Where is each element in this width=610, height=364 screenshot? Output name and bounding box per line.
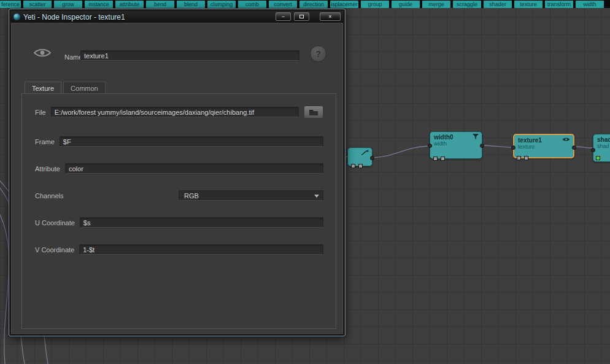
file-input[interactable] xyxy=(51,107,299,117)
toolbar-button-guide[interactable]: guide xyxy=(392,1,420,8)
window-titlebar[interactable]: Yeti - Node Inspector - texture1 − × xyxy=(11,11,343,23)
attribute-label: Attribute xyxy=(35,165,60,172)
node-inspector-window: Yeti - Node Inspector - texture1 − × Nam… xyxy=(9,9,346,336)
help-button[interactable]: ? xyxy=(310,45,326,62)
tab-texture[interactable]: Texture xyxy=(25,82,61,93)
node-type-toolbar: ference scatter grow instance attribute … xyxy=(0,0,610,8)
node-subtitle: width xyxy=(430,141,482,147)
toolbar-button-bend[interactable]: bend xyxy=(146,1,174,8)
wire[interactable] xyxy=(574,147,593,148)
eye-icon[interactable] xyxy=(562,137,570,142)
frame-row: Frame xyxy=(35,135,323,148)
port[interactable] xyxy=(517,156,521,160)
toolbar-button-clumping[interactable]: clumping xyxy=(207,1,236,8)
toolbar-button-transform[interactable]: transform xyxy=(545,1,573,8)
eye-icon xyxy=(34,48,51,58)
folder-icon xyxy=(309,109,319,116)
graph-node-texture1[interactable]: texture1 texture xyxy=(513,134,574,158)
node-title: shad xyxy=(593,134,610,143)
toolbar-button-texture[interactable]: texture xyxy=(514,1,542,8)
toolbar-button-group[interactable]: group xyxy=(361,1,389,8)
toolbar-button-width[interactable]: width xyxy=(576,1,604,8)
v-coordinate-label: V Coordinate xyxy=(35,246,74,254)
maximize-button[interactable] xyxy=(294,12,309,21)
chevron-down-icon xyxy=(314,195,319,198)
u-coordinate-label: U Coordinate xyxy=(35,219,75,227)
output-port[interactable] xyxy=(370,156,374,160)
toolbar-button-scraggle[interactable]: scraggle xyxy=(453,1,481,8)
toolbar-button-instance[interactable]: instance xyxy=(85,1,113,8)
input-port[interactable] xyxy=(428,144,432,148)
frame-input[interactable] xyxy=(60,136,323,147)
node-subtitle: texture xyxy=(514,144,573,150)
output-port[interactable] xyxy=(572,145,576,150)
port[interactable] xyxy=(351,164,355,168)
u-coordinate-input[interactable] xyxy=(80,217,323,228)
graph-node-upstream[interactable] xyxy=(347,147,373,166)
port[interactable] xyxy=(358,164,363,168)
toolbar-button-convert[interactable]: convert xyxy=(269,1,297,8)
file-row: File xyxy=(35,106,323,118)
wire[interactable] xyxy=(0,209,9,364)
yeti-graph-editor: width0 width texture1 texture shad shad … xyxy=(0,0,610,364)
file-label: File xyxy=(35,109,46,116)
toolbar-button-direction[interactable]: direction xyxy=(299,1,328,8)
channels-dropdown[interactable]: RGB xyxy=(179,190,323,201)
u-coordinate-row: U Coordinate xyxy=(35,216,323,229)
toolbar-button-shader[interactable]: shader xyxy=(484,1,512,8)
minimize-button[interactable]: − xyxy=(276,12,291,21)
channels-value: RGB xyxy=(184,192,199,199)
toolbar-button-comb[interactable]: comb xyxy=(238,1,266,8)
graph-node-shader[interactable]: shad shad xyxy=(593,134,610,162)
maximize-icon xyxy=(299,15,304,18)
inspector-tabs: Texture Common xyxy=(25,82,107,93)
output-port[interactable] xyxy=(480,144,484,148)
graph-node-width0[interactable]: width0 width xyxy=(430,131,482,159)
toolbar-button-displacement[interactable]: isplacemer xyxy=(330,1,358,8)
port-green[interactable] xyxy=(596,156,600,160)
toolbar-button-blend[interactable]: blend xyxy=(177,1,205,8)
wire[interactable] xyxy=(373,146,428,158)
texture-settings-group: File Frame Attribute Channels xyxy=(21,93,336,329)
toolbar-button-merge[interactable]: merge xyxy=(422,1,450,8)
frame-label: Frame xyxy=(35,138,55,145)
wire[interactable] xyxy=(482,145,511,147)
yeti-window-icon xyxy=(14,14,20,20)
plug-icon xyxy=(361,150,369,156)
input-port[interactable] xyxy=(511,145,515,150)
toolbar-button-reference[interactable]: ference xyxy=(0,1,21,8)
node-subtitle: shad xyxy=(593,143,610,149)
port[interactable] xyxy=(441,157,445,161)
v-coordinate-input[interactable] xyxy=(79,244,323,255)
toolbar-button-attribute[interactable]: attribute xyxy=(115,1,144,8)
attribute-input[interactable] xyxy=(65,163,323,174)
toolbar-button-scatter[interactable]: scatter xyxy=(23,1,52,8)
inspector-content: Name ? Texture Common File Frame xyxy=(11,23,343,334)
v-coordinate-row: V Coordinate xyxy=(35,243,323,256)
channels-label: Channels xyxy=(35,192,63,199)
input-port[interactable] xyxy=(591,148,595,152)
name-input[interactable] xyxy=(80,50,299,61)
tab-common[interactable]: Common xyxy=(63,82,106,93)
attribute-row: Attribute xyxy=(35,162,323,175)
channels-row: Channels RGB xyxy=(35,189,323,202)
browse-button[interactable] xyxy=(304,106,323,118)
close-button[interactable]: × xyxy=(320,12,341,21)
name-label: Name xyxy=(64,53,82,61)
filter-icon[interactable] xyxy=(473,134,479,140)
port[interactable] xyxy=(433,157,438,161)
window-title: Yeti - Node Inspector - texture1 xyxy=(23,13,125,21)
toolbar-button-grow[interactable]: grow xyxy=(54,1,82,8)
port[interactable] xyxy=(524,156,528,160)
